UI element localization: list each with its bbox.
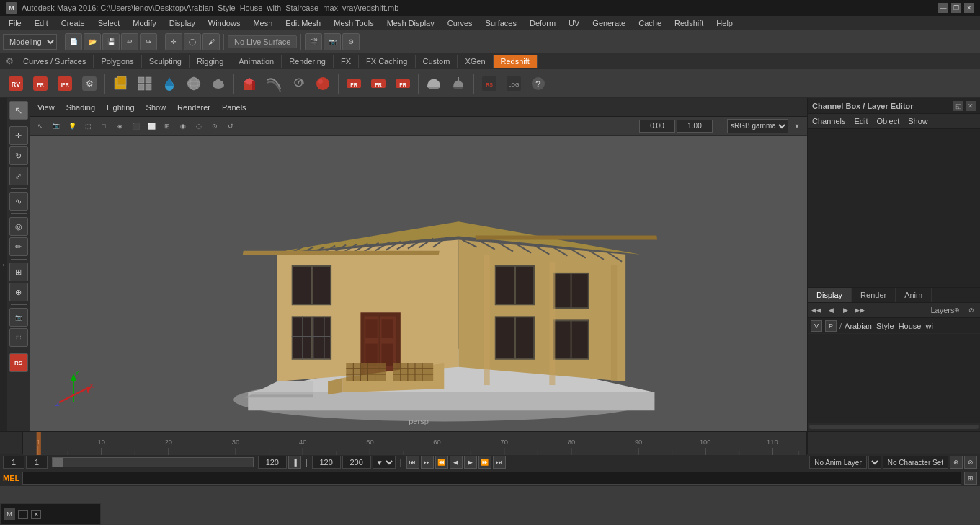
menu-redshift[interactable]: Redshift xyxy=(669,17,709,29)
mel-cmd-btn[interactable]: ⊞ xyxy=(964,472,977,485)
shelf-icon-sphere[interactable] xyxy=(182,72,205,95)
vp-color-btn[interactable] xyxy=(714,120,726,132)
shelf-icon-lines[interactable] xyxy=(262,72,285,95)
vp-btn-select[interactable]: ↖ xyxy=(33,119,48,133)
shelf-tab-custom[interactable]: Custom xyxy=(416,55,458,68)
layer-opt-next[interactable]: ▶ xyxy=(839,304,851,316)
vp-value-input2[interactable] xyxy=(677,120,713,133)
menu-curves[interactable]: Curves xyxy=(442,17,478,29)
select-tool-btn[interactable]: ↖ xyxy=(9,101,28,120)
char-set-btn1[interactable]: ⊕ xyxy=(950,456,963,469)
view-menu[interactable]: View xyxy=(35,102,58,113)
menu-generate[interactable]: Generate xyxy=(587,17,631,29)
menu-cache[interactable]: Cache xyxy=(633,17,667,29)
vp-btn-smooth[interactable]: ◈ xyxy=(112,119,127,133)
rotate-tool-btn[interactable]: ↻ xyxy=(9,146,28,165)
vp-btn-light[interactable]: 💡 xyxy=(65,119,79,133)
shelf-tab-curves-surfaces[interactable]: Curves / Surfaces xyxy=(16,55,94,68)
menu-mesh[interactable]: Mesh xyxy=(247,17,278,29)
close-button[interactable]: ✕ xyxy=(964,3,974,13)
mini-close-btn[interactable]: ✕ xyxy=(31,510,41,519)
menu-mesh-tools[interactable]: Mesh Tools xyxy=(328,17,379,29)
menu-deform[interactable]: Deform xyxy=(524,17,561,29)
range-handle[interactable] xyxy=(53,458,63,467)
channels-menu[interactable]: Channels xyxy=(812,117,845,125)
vp-btn-wire[interactable]: ⬚ xyxy=(81,119,95,133)
mini-restore-btn[interactable] xyxy=(18,510,28,519)
render3-btn[interactable]: ⚙ xyxy=(342,33,360,50)
shelf-icon-grid[interactable] xyxy=(133,72,156,95)
shelf-tab-redshift[interactable]: Redshift xyxy=(494,55,538,68)
scale-tool-btn[interactable]: ⤢ xyxy=(9,167,28,185)
soft-select-btn[interactable]: ◎ xyxy=(9,217,28,236)
shelf-icon-pr2[interactable]: PR xyxy=(367,72,390,95)
layer-tab-display[interactable]: Display xyxy=(808,288,852,302)
current-frame-input[interactable] xyxy=(3,456,24,469)
menu-windows[interactable]: Windows xyxy=(202,17,246,29)
shelf-icon-spiral[interactable] xyxy=(287,72,310,95)
shelf-icon-rv[interactable]: RV xyxy=(4,72,27,95)
play-first-btn[interactable]: ⏮ xyxy=(406,456,419,469)
left-collapse[interactable]: › xyxy=(0,98,7,431)
shelf-tab-sculpting[interactable]: Sculpting xyxy=(142,55,190,68)
vp-btn-more1[interactable]: ⬛ xyxy=(128,119,143,133)
layer-tab-render[interactable]: Render xyxy=(852,288,896,302)
range-bar[interactable] xyxy=(52,457,254,467)
shelf-icon-pr1[interactable]: PR xyxy=(342,72,365,95)
play-fwd-btn[interactable]: ⏩ xyxy=(478,456,491,469)
vp-gamma-down[interactable]: ▼ xyxy=(790,119,804,133)
shelf-tab-animation[interactable]: Animation xyxy=(231,55,282,68)
menu-display[interactable]: Display xyxy=(164,17,201,29)
layer-opt-prev[interactable]: ◀ xyxy=(825,304,837,316)
layer-row-1[interactable]: V P / Arabian_Style_House_wi xyxy=(808,318,980,334)
shelf-icon-cube[interactable] xyxy=(238,72,261,95)
object-menu[interactable]: Object xyxy=(876,117,899,125)
vp-btn-more4[interactable]: ◌ xyxy=(192,119,206,133)
vp-value-input1[interactable] xyxy=(639,120,675,133)
panel-float-btn[interactable]: ◱ xyxy=(953,101,963,111)
render2-btn[interactable]: 📷 xyxy=(324,33,341,50)
step-back-btn[interactable]: ◀ xyxy=(450,456,463,469)
shelf-icon-ball[interactable] xyxy=(311,72,334,95)
vp-btn-camera[interactable]: 📷 xyxy=(49,119,63,133)
open-btn[interactable]: 📂 xyxy=(84,33,101,50)
show-menu[interactable]: Show xyxy=(143,102,169,113)
menu-help[interactable]: Help xyxy=(710,17,739,29)
layer-opt-btn2[interactable]: ⊘ xyxy=(966,304,977,316)
menu-file[interactable]: File xyxy=(3,17,27,29)
anim-layer-select[interactable]: ▼ xyxy=(868,456,881,469)
vp-btn-flat[interactable]: □ xyxy=(97,119,111,133)
paint-btn[interactable]: 🖌 xyxy=(202,33,220,50)
shelf-tab-xgen[interactable]: XGen xyxy=(458,55,493,68)
save-btn[interactable]: 💾 xyxy=(102,33,120,50)
layer-opt-btn1[interactable]: ⊕ xyxy=(951,304,963,316)
renderer-menu[interactable]: Renderer xyxy=(174,102,213,113)
panel-close-btn[interactable]: ✕ xyxy=(966,101,976,111)
frame-end-label[interactable] xyxy=(258,456,287,469)
end-frame-input[interactable] xyxy=(312,456,341,469)
lighting-menu[interactable]: Lighting xyxy=(104,102,138,113)
menu-surfaces[interactable]: Surfaces xyxy=(480,17,522,29)
play-back-step[interactable]: ⏭ xyxy=(421,456,434,469)
minimize-button[interactable]: — xyxy=(938,3,948,13)
show-menu2[interactable]: Show xyxy=(908,117,928,125)
range-scroll[interactable]: ▐ xyxy=(288,456,301,469)
timeline-ruler[interactable]: 1 10 20 30 40 50 60 70 80 90 1 xyxy=(23,432,807,455)
lasso-tool-btn[interactable]: ∿ xyxy=(9,192,28,211)
shelf-icon-ipr[interactable]: IPR xyxy=(53,72,76,95)
layer-v-btn[interactable]: V xyxy=(811,320,822,332)
shelf-icon-rs-code[interactable]: RS xyxy=(478,72,501,95)
char-set-btn2[interactable]: ⊘ xyxy=(964,456,977,469)
vp-btn-grid[interactable]: ⊞ xyxy=(160,119,174,133)
menu-edit[interactable]: Edit xyxy=(29,17,54,29)
shelf-icon-lamp[interactable] xyxy=(447,72,470,95)
anim-speed-select[interactable]: ▼ xyxy=(373,456,396,469)
layer-opt-last[interactable]: ▶▶ xyxy=(854,304,865,316)
vp-btn-more3[interactable]: ◉ xyxy=(176,119,190,133)
layer-scrollbar[interactable] xyxy=(808,423,980,431)
move-tool-btn[interactable]: ✛ xyxy=(9,126,28,145)
step-fwd-btn[interactable]: ▶ xyxy=(464,456,477,469)
play-back-btn[interactable]: ⏪ xyxy=(435,456,448,469)
menu-uv[interactable]: UV xyxy=(563,17,585,29)
menu-mesh-display[interactable]: Mesh Display xyxy=(381,17,440,29)
